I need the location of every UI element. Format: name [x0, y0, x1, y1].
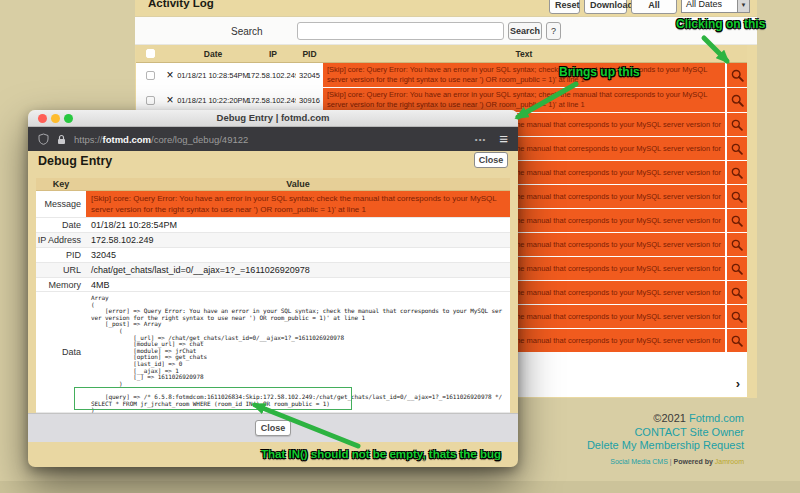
lock-icon [57, 134, 66, 145]
kv-row-data: Data Array ( [error] => Query Error: You… [36, 292, 510, 413]
browser-url-bar[interactable]: https://fotmd.com/core/log_debug/49122 •… [28, 127, 518, 151]
help-button[interactable]: ? [546, 22, 561, 40]
search-band: Search Search ? [135, 16, 757, 45]
next-page-icon[interactable]: › [736, 376, 740, 391]
screenshot-root: Activity Log Reset Download All Entries … [0, 0, 800, 493]
delete-icon[interactable]: × [166, 95, 173, 105]
kv-row-pid: PID 32045 [36, 248, 510, 263]
kv-value-message: [Skip] core: Query Error: You have an er… [86, 191, 510, 217]
cms-link[interactable]: Social Media CMS [610, 458, 668, 465]
dates-filter-value: All Dates [682, 0, 737, 12]
view-debug-entry-button[interactable] [725, 63, 747, 87]
column-header-ip: IP [250, 45, 296, 62]
copyright-text: ©2021 [653, 412, 686, 424]
reset-button[interactable]: Reset [549, 0, 580, 14]
kv-key-header: Key [36, 178, 86, 190]
url-path: /core/log_debug/49122 [151, 134, 248, 145]
magnifier-icon [731, 94, 744, 107]
row-ip: 172.58.102.249 [250, 63, 296, 87]
column-header-text: Text [323, 45, 725, 62]
jamroom-link[interactable]: Jamroom [715, 458, 744, 465]
row-ip: 172.58.102.249 [250, 88, 296, 112]
divider: | [670, 458, 672, 465]
close-button-bottom[interactable]: Close [255, 420, 291, 436]
more-options-icon[interactable]: ••• [475, 135, 486, 144]
kv-value: 01/18/21 10:28:54PM [86, 218, 510, 232]
column-header-date: Date [176, 45, 250, 62]
popup-footer-bar: Close [28, 413, 518, 442]
contact-link[interactable]: CONTACT Site Owner [634, 426, 744, 438]
view-debug-entry-button[interactable] [725, 329, 747, 352]
site-footer: ©2021 Fotmd.com CONTACT Site Owner Delet… [587, 412, 744, 468]
powered-by-line: Social Media CMS | Powered by Jamroom [587, 455, 744, 469]
debug-entry-heading: Debug Entry [38, 154, 112, 168]
kv-row-memory: Memory 4MB [36, 278, 510, 292]
kv-row-url: URL /chat/get_chats/last_id=0/__ajax=1?_… [36, 263, 510, 278]
data-array-dump: Array ( [error] => Query Error: You have… [91, 295, 505, 414]
view-debug-entry-button[interactable] [725, 257, 747, 280]
panel-header: Activity Log Reset Download All Entries … [135, 0, 757, 16]
site-link[interactable]: Fotmd.com [689, 412, 744, 424]
row-checkbox[interactable] [146, 96, 155, 105]
kv-value: /chat/get_chats/last_id=0/__ajax=1?_=161… [86, 263, 510, 277]
view-debug-entry-button[interactable] [725, 233, 747, 256]
row-checkbox[interactable] [146, 71, 155, 80]
kv-key: Memory [36, 278, 86, 291]
kv-key: Date [36, 218, 86, 232]
powered-by-text: Powered by [674, 458, 713, 465]
magnifier-icon [731, 119, 743, 131]
magnifier-icon [731, 335, 743, 347]
window-title: Debug Entry | fotmd.com [28, 110, 518, 126]
view-debug-entry-button[interactable] [725, 161, 747, 184]
magnifier-icon [731, 311, 743, 323]
dates-filter-select[interactable]: All Dates ▼ [681, 0, 750, 13]
magnifier-icon [731, 287, 743, 299]
annotation-brings-up-this: Brings up this [559, 65, 640, 79]
magnifier-icon [731, 215, 743, 227]
view-debug-entry-button[interactable] [725, 281, 747, 304]
magnifier-icon [731, 239, 743, 251]
view-debug-entry-button[interactable] [725, 88, 747, 112]
shield-icon[interactable] [38, 133, 49, 145]
url-text[interactable]: https://fotmd.com/core/log_debug/49122 [74, 134, 248, 145]
kv-key: Data [36, 292, 86, 412]
kv-key: URL [36, 263, 86, 277]
kv-row-ip: IP Address 172.58.102.249 [36, 233, 510, 248]
window-titlebar[interactable]: Debug Entry | fotmd.com [28, 110, 518, 127]
window-close-button[interactable] [38, 114, 47, 123]
view-debug-entry-button[interactable] [725, 185, 747, 208]
kv-header-row: Key Value [36, 178, 510, 191]
delete-icon[interactable]: × [166, 70, 173, 80]
window-zoom-button[interactable] [64, 114, 73, 123]
close-button-top[interactable]: Close [474, 152, 508, 168]
kv-key: Message [36, 191, 86, 217]
url-domain: fotmd.com [103, 134, 152, 145]
row-date: 01/18/21 10:28:54PM [176, 63, 250, 87]
view-debug-entry-button[interactable] [725, 209, 747, 232]
chevron-down-icon[interactable]: ▼ [737, 0, 749, 12]
view-debug-entry-button[interactable] [725, 305, 747, 328]
magnifier-icon [731, 263, 743, 275]
search-input[interactable] [297, 22, 504, 40]
select-all-checkbox[interactable] [146, 49, 155, 58]
kv-key: PID [36, 248, 86, 262]
page-title: Activity Log [148, 0, 214, 9]
kv-value: 172.58.102.249 [86, 233, 510, 247]
search-button[interactable]: Search [508, 22, 542, 40]
view-debug-entry-button[interactable] [725, 113, 747, 136]
menu-icon[interactable]: ≡ [499, 134, 508, 144]
magnifier-icon [731, 69, 744, 82]
url-scheme: https:// [74, 134, 103, 145]
window-minimize-button[interactable] [51, 114, 60, 123]
kv-value-header: Value [86, 178, 510, 190]
download-button[interactable]: Download [584, 0, 627, 14]
view-debug-entry-button[interactable] [725, 137, 747, 160]
kv-value: 4MB [86, 278, 510, 291]
row-error-text: [Skip] core: Query Error: You have an er… [323, 63, 725, 87]
kv-row-date: Date 01/18/21 10:28:54PM [36, 218, 510, 233]
table-row: × 01/18/21 10:28:54PM 172.58.102.249 320… [136, 63, 747, 88]
search-label: Search [231, 26, 263, 37]
all-entries-button[interactable]: All Entries [631, 0, 677, 14]
annotation-clicking-on-this: Clicking on this [676, 17, 765, 31]
delete-membership-link[interactable]: Delete My Membership Request [587, 439, 744, 451]
